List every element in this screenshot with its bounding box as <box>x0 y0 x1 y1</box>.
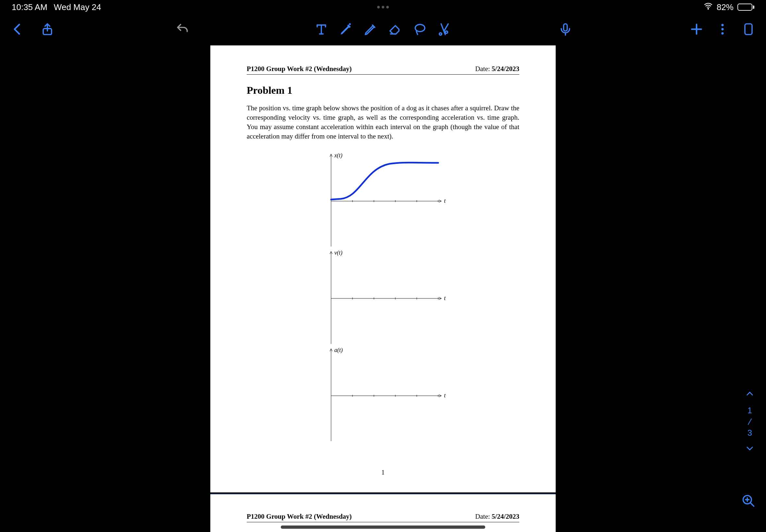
toolbar <box>0 14 766 44</box>
multitask-dots[interactable] <box>377 6 389 8</box>
graph2-xlabel: t <box>444 295 446 301</box>
eraser-tool-icon[interactable] <box>388 22 403 36</box>
graph1-xlabel: t <box>444 198 446 204</box>
total-page-number: 3 <box>748 428 752 438</box>
page-number: 1 <box>381 469 385 476</box>
home-indicator[interactable] <box>281 526 485 529</box>
problem-text: The position vs. time graph below shows … <box>247 103 519 141</box>
text-tool-icon[interactable] <box>314 22 328 36</box>
svg-point-0 <box>708 8 709 9</box>
svg-point-10 <box>440 33 442 35</box>
status-time: 10:35 AM <box>12 2 47 12</box>
pencil-tool-icon[interactable] <box>339 22 353 36</box>
svg-line-44 <box>750 503 754 506</box>
back-button[interactable] <box>10 22 25 36</box>
current-page-number[interactable]: 1 <box>748 405 752 416</box>
status-bar: 10:35 AM Wed May 24 82% <box>0 0 766 14</box>
status-date: Wed May 24 <box>54 2 101 12</box>
page-navigator: 1 3 <box>745 389 754 454</box>
document-canvas[interactable]: P1200 Group Work #2 (Wednesday) Date: 5/… <box>0 45 766 532</box>
document-page-1[interactable]: P1200 Group Work #2 (Wednesday) Date: 5/… <box>210 45 556 492</box>
battery-icon <box>737 4 754 11</box>
svg-point-17 <box>721 28 723 30</box>
problem-title: Problem 1 <box>247 84 519 96</box>
lasso-tool-icon[interactable] <box>413 22 427 36</box>
undo-button[interactable] <box>175 22 189 36</box>
doc-header-title: P1200 Group Work #2 (Wednesday) <box>247 65 352 73</box>
zoom-button[interactable] <box>741 494 756 508</box>
graph2-ylabel: v(t) <box>334 249 342 256</box>
graph1-ylabel: x(t) <box>334 152 342 159</box>
page-view-button[interactable] <box>741 22 756 36</box>
page-header: P1200 Group Work #2 (Wednesday) Date: 5/… <box>247 65 519 75</box>
doc-header-title-2: P1200 Group Work #2 (Wednesday) <box>247 513 352 521</box>
doc-header-date-2: Date: 5/24/2023 <box>475 513 519 521</box>
wifi-icon <box>704 2 713 13</box>
svg-point-18 <box>721 32 723 34</box>
graph-velocity: v(t) t <box>315 248 451 345</box>
graph3-ylabel: a(t) <box>334 347 343 354</box>
doc-header-date: Date: 5/24/2023 <box>475 65 519 73</box>
svg-point-16 <box>721 24 723 26</box>
page-down-button[interactable] <box>745 444 754 454</box>
battery-percent: 82% <box>717 2 734 12</box>
share-button[interactable] <box>40 22 55 36</box>
highlighter-tool-icon[interactable] <box>363 22 378 36</box>
svg-rect-19 <box>745 24 752 35</box>
graph-position: x(t) t <box>315 151 451 248</box>
graphs-container: x(t) t <box>247 151 519 443</box>
page-up-button[interactable] <box>745 389 754 400</box>
svg-point-11 <box>445 31 448 33</box>
svg-rect-12 <box>564 24 567 31</box>
add-button[interactable] <box>689 22 704 36</box>
cut-tool-icon[interactable] <box>438 22 452 36</box>
page-header-2: P1200 Group Work #2 (Wednesday) Date: 5/… <box>247 513 519 522</box>
graph-acceleration: a(t) t <box>315 345 451 443</box>
more-button[interactable] <box>715 22 730 36</box>
page-nav-divider <box>748 418 752 425</box>
graph3-xlabel: t <box>444 392 446 399</box>
microphone-button[interactable] <box>558 22 573 36</box>
svg-rect-7 <box>348 23 351 26</box>
